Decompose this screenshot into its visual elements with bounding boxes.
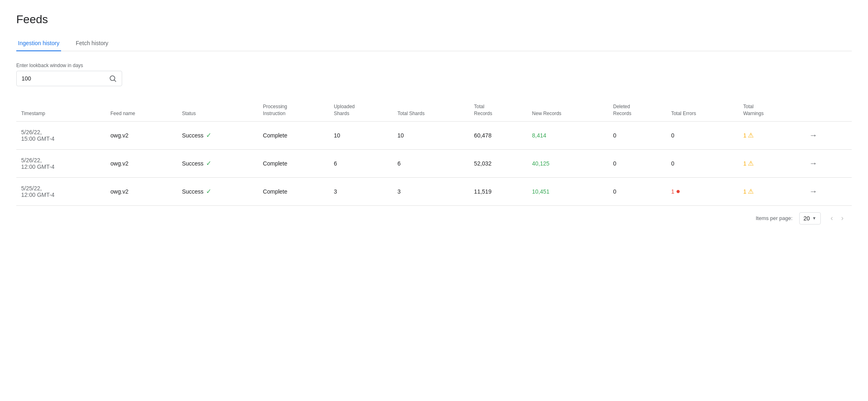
- col-total-records: TotalRecords: [469, 99, 527, 121]
- cell-total-shards: 6: [392, 149, 469, 177]
- next-page-button[interactable]: ›: [838, 212, 847, 224]
- svg-point-0: [110, 76, 115, 81]
- cell-total-records: 52,032: [469, 149, 527, 177]
- col-deleted-records: DeletedRecords: [608, 99, 666, 121]
- check-icon: ✓: [206, 131, 211, 139]
- page-navigation: ‹ ›: [827, 212, 847, 224]
- cell-feed-name: owg.v2: [105, 121, 177, 149]
- cell-status: Success ✓: [177, 177, 258, 205]
- cell-feed-name: owg.v2: [105, 149, 177, 177]
- row-detail-button[interactable]: →: [806, 185, 820, 198]
- warning-icon: ⚠: [748, 187, 754, 195]
- cell-new-records: 8,414: [527, 121, 608, 149]
- cell-total-warnings: 1 ⚠: [738, 149, 801, 177]
- error-icon: ●: [676, 187, 680, 196]
- col-total-errors: Total Errors: [666, 99, 738, 121]
- table-header-row: Timestamp Feed name Status ProcessingIns…: [16, 99, 852, 121]
- search-input[interactable]: [22, 75, 105, 82]
- cell-processing-instruction: Complete: [258, 177, 329, 205]
- cell-total-warnings: 1 ⚠: [738, 177, 801, 205]
- col-feed-name: Feed name: [105, 99, 177, 121]
- cell-total-records: 60,478: [469, 121, 527, 149]
- items-per-page-selector[interactable]: 20 ▼: [799, 212, 821, 224]
- status-text: Success: [182, 132, 204, 139]
- warning-count: 1: [743, 188, 746, 195]
- search-label: Enter lookback window in days: [16, 63, 852, 68]
- warning-icon: ⚠: [748, 131, 754, 139]
- cell-feed-name: owg.v2: [105, 177, 177, 205]
- cell-status: Success ✓: [177, 121, 258, 149]
- col-action: [801, 99, 852, 121]
- cell-processing-instruction: Complete: [258, 149, 329, 177]
- tab-ingestion-history[interactable]: Ingestion history: [16, 36, 61, 51]
- check-icon: ✓: [206, 159, 211, 167]
- search-box: [16, 71, 122, 86]
- cell-total-shards: 3: [392, 177, 469, 205]
- cell-uploaded-shards: 10: [329, 121, 392, 149]
- col-status: Status: [177, 99, 258, 121]
- cell-timestamp: 5/26/22, 15:00 GMT-4: [16, 121, 105, 149]
- warning-count: 1: [743, 132, 746, 139]
- col-new-records: New Records: [527, 99, 608, 121]
- col-processing-instruction: ProcessingInstruction: [258, 99, 329, 121]
- new-records-value: 8,414: [532, 132, 546, 139]
- tab-fetch-history[interactable]: Fetch history: [74, 36, 110, 51]
- cell-action: →: [801, 149, 852, 177]
- svg-line-1: [114, 80, 116, 82]
- dropdown-arrow-icon: ▼: [812, 216, 816, 220]
- table-row: 5/26/22, 12:00 GMT-4owg.v2Success ✓Compl…: [16, 149, 852, 177]
- col-timestamp: Timestamp: [16, 99, 105, 121]
- warning-icon: ⚠: [748, 159, 754, 167]
- cell-uploaded-shards: 6: [329, 149, 392, 177]
- feeds-page: Feeds Ingestion history Fetch history En…: [0, 0, 868, 244]
- page-title: Feeds: [16, 13, 852, 26]
- col-total-warnings: TotalWarnings: [738, 99, 801, 121]
- items-per-page-label: Items per page:: [756, 215, 792, 221]
- error-count: 1: [671, 188, 674, 195]
- table-row: 5/26/22, 15:00 GMT-4owg.v2Success ✓Compl…: [16, 121, 852, 149]
- status-text: Success: [182, 160, 204, 167]
- row-detail-button[interactable]: →: [806, 157, 820, 170]
- cell-processing-instruction: Complete: [258, 121, 329, 149]
- cell-deleted-records: 0: [608, 149, 666, 177]
- col-total-shards: Total Shards: [392, 99, 469, 121]
- cell-total-warnings: 1 ⚠: [738, 121, 801, 149]
- status-text: Success: [182, 188, 204, 195]
- cell-new-records: 40,125: [527, 149, 608, 177]
- new-records-value: 10,451: [532, 188, 550, 195]
- ingestion-table: Timestamp Feed name Status ProcessingIns…: [16, 99, 852, 206]
- table-row: 5/25/22, 12:00 GMT-4owg.v2Success ✓Compl…: [16, 177, 852, 205]
- cell-uploaded-shards: 3: [329, 177, 392, 205]
- cell-action: →: [801, 121, 852, 149]
- cell-deleted-records: 0: [608, 121, 666, 149]
- cell-total-errors: 1 ●: [666, 177, 738, 205]
- cell-total-shards: 10: [392, 121, 469, 149]
- row-detail-button[interactable]: →: [806, 129, 820, 142]
- warning-count: 1: [743, 160, 746, 167]
- cell-deleted-records: 0: [608, 177, 666, 205]
- items-per-page-value: 20: [804, 215, 810, 222]
- prev-page-button[interactable]: ‹: [827, 212, 836, 224]
- search-button[interactable]: [109, 74, 117, 83]
- pagination-row: Items per page: 20 ▼ ‹ ›: [16, 206, 852, 231]
- search-section: Enter lookback window in days: [16, 63, 852, 86]
- check-icon: ✓: [206, 187, 211, 195]
- col-uploaded-shards: UploadedShards: [329, 99, 392, 121]
- tab-bar: Ingestion history Fetch history: [16, 36, 852, 51]
- cell-total-records: 11,519: [469, 177, 527, 205]
- cell-total-errors: 0: [666, 121, 738, 149]
- cell-timestamp: 5/25/22, 12:00 GMT-4: [16, 177, 105, 205]
- cell-new-records: 10,451: [527, 177, 608, 205]
- search-icon: [109, 74, 117, 83]
- new-records-value: 40,125: [532, 160, 550, 167]
- cell-total-errors: 0: [666, 149, 738, 177]
- cell-action: →: [801, 177, 852, 205]
- cell-timestamp: 5/26/22, 12:00 GMT-4: [16, 149, 105, 177]
- cell-status: Success ✓: [177, 149, 258, 177]
